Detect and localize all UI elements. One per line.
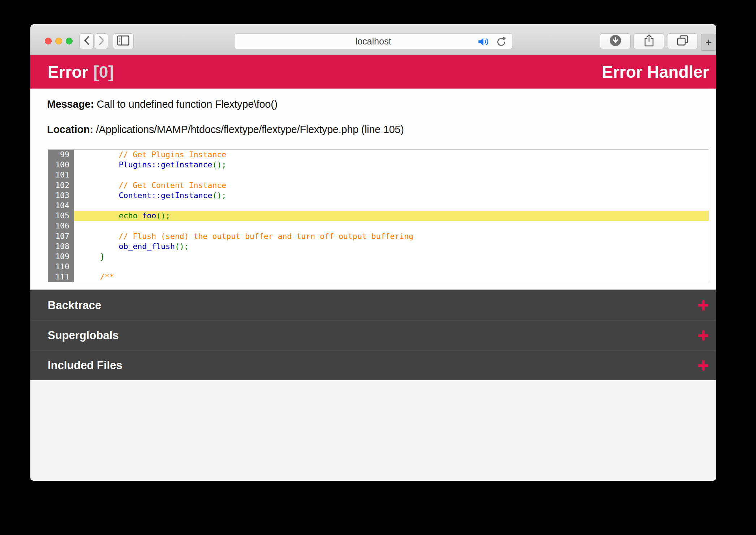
section-title: Backtrace bbox=[48, 299, 101, 312]
code-text: Content::getInstance(); bbox=[74, 191, 709, 201]
error-page: Message: Call to undefined function Flex… bbox=[30, 89, 716, 481]
reload-button[interactable] bbox=[497, 37, 506, 49]
section-title: Superglobals bbox=[48, 329, 119, 342]
new-tab-plus-icon: + bbox=[705, 37, 712, 48]
banner-error-code: [0] bbox=[93, 62, 113, 82]
code-block: 99 // Get Plugins Instance100 Plugins::g… bbox=[48, 149, 709, 282]
url-text: localhost bbox=[356, 36, 391, 47]
section-row-backtrace[interactable]: Backtrace bbox=[30, 290, 716, 320]
message-line: Message: Call to undefined function Flex… bbox=[47, 98, 709, 110]
code-line-104: 104 bbox=[48, 201, 709, 211]
code-text bbox=[74, 201, 709, 211]
line-number: 101 bbox=[48, 170, 74, 180]
code-text: // Get Plugins Instance bbox=[74, 150, 709, 160]
share-button[interactable] bbox=[633, 33, 664, 49]
banner-title: Error [0] bbox=[48, 62, 114, 82]
code-text: } bbox=[74, 252, 709, 262]
code-line-99: 99 // Get Plugins Instance bbox=[48, 150, 709, 160]
code-line-109: 109 } bbox=[48, 252, 709, 262]
banner-app-title: Error Handler bbox=[602, 62, 709, 82]
code-text: ob_end_flush(); bbox=[74, 241, 709, 252]
audio-icon[interactable] bbox=[478, 37, 490, 48]
location-text: /Applications/MAMP/htdocs/flextype/flext… bbox=[93, 124, 404, 135]
back-icon bbox=[83, 35, 90, 47]
expand-icon[interactable] bbox=[698, 360, 708, 371]
message-text: Call to undefined function Flextype\foo(… bbox=[94, 98, 278, 110]
code-text: // Flush (send) the output buffer and tu… bbox=[74, 231, 709, 241]
section-title: Included Files bbox=[48, 359, 123, 372]
code-text bbox=[74, 170, 709, 180]
code-line-100: 100 Plugins::getInstance(); bbox=[48, 160, 709, 170]
line-number: 105 bbox=[48, 211, 74, 221]
footer-area bbox=[30, 380, 716, 481]
line-number: 103 bbox=[48, 191, 74, 201]
expand-icon[interactable] bbox=[698, 330, 708, 341]
traffic-light-zoom-icon[interactable] bbox=[66, 38, 73, 44]
tabs-button[interactable] bbox=[667, 33, 698, 49]
line-number: 110 bbox=[48, 262, 74, 272]
code-line-103: 103 Content::getInstance(); bbox=[48, 191, 709, 201]
code-text bbox=[74, 221, 709, 231]
code-line-110: 110 bbox=[48, 262, 709, 272]
code-text: /** bbox=[74, 272, 709, 282]
code-text bbox=[74, 262, 709, 272]
line-number: 100 bbox=[48, 160, 74, 170]
sidebar-toggle-button[interactable] bbox=[113, 33, 134, 49]
code-line-106: 106 bbox=[48, 221, 709, 231]
browser-chrome: localhost bbox=[30, 24, 716, 55]
location-line: Location: /Applications/MAMP/htdocs/flex… bbox=[47, 123, 709, 136]
line-number: 111 bbox=[48, 272, 74, 282]
sidebar-icon bbox=[117, 35, 129, 47]
download-icon bbox=[609, 34, 622, 48]
banner-error-word: Error bbox=[48, 62, 88, 82]
traffic-light-minimize-icon[interactable] bbox=[55, 38, 62, 44]
line-number: 106 bbox=[48, 221, 74, 231]
code-text: echo foo(); bbox=[74, 211, 709, 221]
code-line-107: 107 // Flush (send) the output buffer an… bbox=[48, 231, 709, 241]
line-number: 108 bbox=[48, 241, 74, 252]
line-number: 107 bbox=[48, 231, 74, 241]
code-line-102: 102 // Get Content Instance bbox=[48, 180, 709, 191]
share-icon bbox=[644, 34, 654, 48]
code-line-111: 111 /** bbox=[48, 272, 709, 282]
code-line-108: 108 ob_end_flush(); bbox=[48, 241, 709, 252]
forward-button[interactable] bbox=[95, 33, 108, 49]
line-number: 104 bbox=[48, 201, 74, 211]
forward-icon bbox=[98, 35, 105, 47]
line-number: 99 bbox=[48, 150, 74, 160]
location-label: Location: bbox=[47, 124, 93, 135]
error-banner: Error [0] Error Handler bbox=[30, 55, 716, 89]
sections-panel: BacktraceSuperglobalsIncluded Files bbox=[30, 290, 716, 380]
line-number: 102 bbox=[48, 180, 74, 191]
download-button[interactable] bbox=[600, 33, 631, 49]
code-line-105: 105 echo foo(); bbox=[48, 211, 709, 221]
code-text: Plugins::getInstance(); bbox=[74, 160, 709, 170]
expand-icon[interactable] bbox=[698, 300, 708, 311]
code-line-101: 101 bbox=[48, 170, 709, 180]
code-text: // Get Content Instance bbox=[74, 180, 709, 191]
address-bar[interactable]: localhost bbox=[234, 33, 512, 49]
tabs-icon bbox=[677, 35, 688, 47]
browser-window: localhost bbox=[30, 24, 716, 481]
traffic-light-close-icon[interactable] bbox=[45, 38, 52, 44]
new-tab-button[interactable]: + bbox=[701, 34, 716, 51]
back-button[interactable] bbox=[80, 33, 94, 49]
message-label: Message: bbox=[47, 98, 94, 110]
line-number: 109 bbox=[48, 252, 74, 262]
section-row-included-files[interactable]: Included Files bbox=[30, 350, 716, 380]
section-row-superglobals[interactable]: Superglobals bbox=[30, 320, 716, 350]
